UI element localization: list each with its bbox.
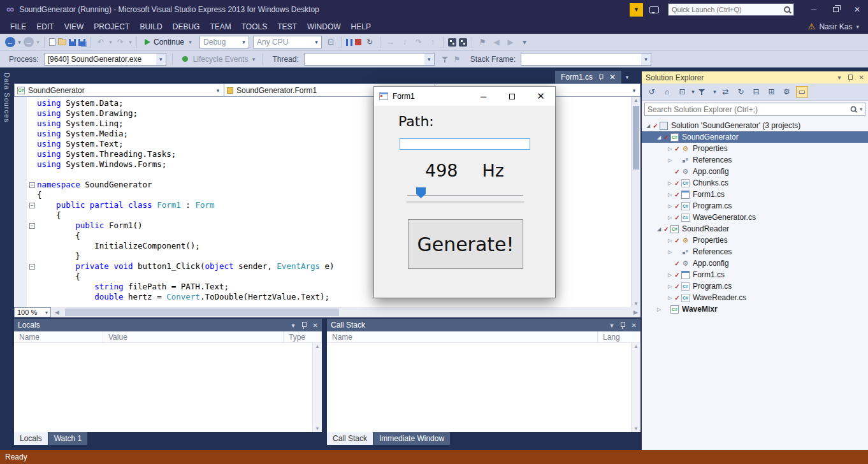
- scroll-down-icon[interactable]: ▼: [313, 426, 322, 431]
- collapsed-arrow-icon[interactable]: ▷: [666, 238, 674, 243]
- next-bookmark-icon[interactable]: ▶: [505, 36, 516, 48]
- pending-changes-filter-icon[interactable]: [698, 88, 710, 96]
- stack-frame-combo[interactable]: ▾: [521, 53, 651, 66]
- scroll-right-icon[interactable]: ▶: [633, 309, 638, 315]
- sync-with-active-document-icon[interactable]: ⇄: [720, 86, 732, 98]
- undo-icon[interactable]: ↶: [95, 36, 106, 48]
- tree-item[interactable]: ▷C#WaveMixr: [642, 303, 868, 315]
- tree-item[interactable]: ▷✓⚙Properties: [642, 143, 868, 154]
- restart-icon[interactable]: ↻: [364, 36, 375, 48]
- thread-combo[interactable]: ▾: [304, 53, 435, 66]
- column-header-type[interactable]: Type: [284, 331, 322, 342]
- slider-thumb[interactable]: [416, 187, 426, 198]
- flag-threads-icon[interactable]: ⚑: [451, 54, 463, 65]
- dropdown-caret-icon[interactable]: ▾: [712, 89, 718, 95]
- slider-track[interactable]: [407, 195, 523, 196]
- collapse-box-icon[interactable]: −: [29, 203, 35, 208]
- panel-tab-immediate-window[interactable]: Immediate Window: [373, 432, 450, 445]
- call-stack-panel-header[interactable]: Call Stack ▾ ✕: [327, 319, 640, 331]
- stop-debugging-icon[interactable]: [355, 39, 361, 45]
- scroll-up-icon[interactable]: ▲: [313, 344, 322, 349]
- disable-all-breakpoints-icon[interactable]: [459, 38, 467, 47]
- scroll-left-icon[interactable]: ◀: [55, 309, 59, 315]
- close-icon[interactable]: ✕: [859, 74, 864, 81]
- tree-item[interactable]: ▷✓Form1.cs: [642, 269, 868, 280]
- menu-item-project[interactable]: PROJECT: [89, 19, 134, 34]
- expanded-arrow-icon[interactable]: ◢: [655, 134, 663, 140]
- redo-icon[interactable]: ↷: [115, 36, 126, 48]
- tree-item[interactable]: ◢✓C#SoundGenerator: [642, 131, 868, 143]
- collapsed-arrow-icon[interactable]: ▷: [655, 307, 663, 312]
- minimize-button[interactable]: ─: [803, 0, 825, 19]
- step-out-icon[interactable]: ↑: [427, 36, 438, 48]
- zoom-dropdown[interactable]: 100 % ▾: [14, 307, 51, 317]
- window-position-caret-icon[interactable]: ▾: [838, 74, 841, 81]
- menu-item-debug[interactable]: DEBUG: [168, 19, 205, 34]
- data-sources-tab[interactable]: Data Sources: [3, 73, 11, 123]
- tree-item[interactable]: ▷✓C#Program.cs: [642, 280, 868, 292]
- call-stack-scrollbar[interactable]: ▲ ▼: [631, 343, 640, 432]
- locals-scrollbar[interactable]: ▲ ▼: [312, 343, 322, 432]
- refresh-icon[interactable]: ↻: [735, 86, 747, 98]
- home-icon[interactable]: ⌂: [661, 86, 673, 98]
- menu-item-edit[interactable]: EDIT: [31, 19, 59, 34]
- notification-warning-icon[interactable]: ⚠: [808, 22, 816, 31]
- pin-icon[interactable]: [847, 74, 853, 82]
- collapsed-arrow-icon[interactable]: ▷: [666, 180, 674, 186]
- collapsed-arrow-icon[interactable]: ▷: [666, 215, 674, 221]
- pin-icon[interactable]: [619, 321, 626, 329]
- menu-item-window[interactable]: WINDOW: [302, 19, 346, 34]
- back-icon[interactable]: ↺: [646, 86, 658, 98]
- path-input[interactable]: [400, 138, 530, 150]
- editor-horizontal-scrollbar[interactable]: ◀ ▶: [51, 307, 640, 317]
- menu-item-team[interactable]: TEAM: [205, 19, 236, 34]
- process-combo[interactable]: [9640] SoundGenerator.exe ▾: [44, 53, 166, 66]
- pin-icon[interactable]: [301, 321, 307, 329]
- configuration-combo[interactable]: Debug ▾: [199, 36, 249, 48]
- scroll-down-icon[interactable]: ▼: [632, 426, 640, 431]
- tree-item[interactable]: ▷✓C#WaveGenerator.cs: [642, 212, 868, 223]
- dropdown-caret-icon[interactable]: ▾: [17, 39, 22, 45]
- tree-item[interactable]: ✓⚙App.config: [642, 166, 868, 177]
- save-icon[interactable]: [69, 39, 76, 46]
- scrollbar-thumb[interactable]: [633, 106, 639, 170]
- switch-views-icon[interactable]: ⊡: [676, 86, 688, 98]
- tree-item[interactable]: ▷✓⚙Properties: [642, 235, 868, 246]
- quick-launch-box[interactable]: [668, 3, 794, 16]
- tab-overflow-icon[interactable]: ▾: [621, 71, 633, 83]
- dropdown-caret-icon[interactable]: ▾: [127, 39, 133, 45]
- scrollbar-thumb[interactable]: [65, 308, 339, 316]
- minimize-button[interactable]: ─: [469, 87, 498, 106]
- step-over-icon[interactable]: ↷: [413, 36, 424, 48]
- scroll-down-icon[interactable]: ▼: [632, 301, 640, 307]
- tree-item[interactable]: ▷✓C#Program.cs: [642, 200, 868, 212]
- tree-item[interactable]: ▷✓Form1.cs: [642, 189, 868, 200]
- user-dropdown-caret-icon[interactable]: ▾: [856, 24, 859, 30]
- window-position-caret-icon[interactable]: ▾: [292, 322, 295, 329]
- collapsed-arrow-icon[interactable]: ▷: [666, 203, 674, 209]
- collapsed-arrow-icon[interactable]: ▷: [666, 284, 674, 289]
- collapse-box-icon[interactable]: −: [29, 223, 35, 229]
- collapsed-arrow-icon[interactable]: ▷: [666, 192, 674, 198]
- generate-button[interactable]: Generate!: [408, 219, 523, 269]
- breakpoint-margin[interactable]: [14, 97, 27, 307]
- expanded-arrow-icon[interactable]: ◢: [655, 226, 663, 232]
- feedback-icon[interactable]: ▼: [630, 3, 643, 17]
- locals-body[interactable]: ▲ ▼: [14, 343, 322, 432]
- tree-item[interactable]: ▷References: [642, 246, 868, 257]
- collapsed-arrow-icon[interactable]: ▷: [666, 295, 674, 301]
- tree-item[interactable]: ▷✓C#WaveReader.cs: [642, 292, 868, 303]
- collapsed-arrow-icon[interactable]: ▷: [666, 249, 674, 255]
- collapsed-arrow-icon[interactable]: ▷: [666, 146, 674, 152]
- solution-search-input[interactable]: [647, 105, 848, 114]
- panel-tab-call-stack[interactable]: Call Stack: [327, 432, 373, 445]
- show-all-files-icon[interactable]: ⊞: [765, 86, 778, 98]
- menu-item-view[interactable]: VIEW: [59, 19, 89, 34]
- break-all-icon[interactable]: [346, 39, 352, 46]
- tree-item[interactable]: ◢✓C#SoundReader: [642, 223, 868, 235]
- pin-icon[interactable]: [598, 74, 604, 80]
- menu-item-test[interactable]: TEST: [272, 19, 302, 34]
- document-tab-form1cs[interactable]: Form1.cs ✕: [555, 71, 621, 83]
- collapsed-arrow-icon[interactable]: ▷: [666, 157, 674, 163]
- collapse-box-icon[interactable]: −: [29, 264, 35, 270]
